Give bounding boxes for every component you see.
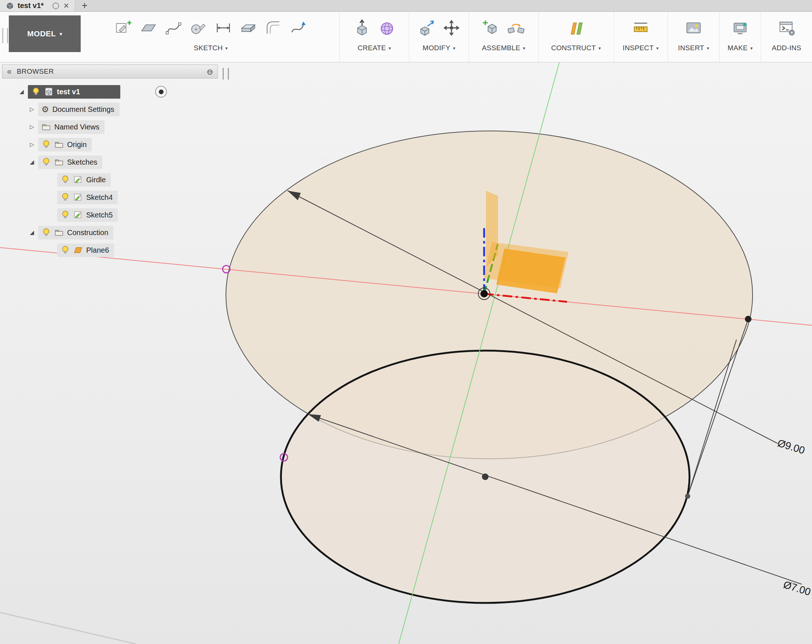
- document-tab[interactable]: test v1* ×: [0, 0, 75, 11]
- create-menu[interactable]: CREATE ▾: [357, 44, 391, 52]
- new-component-icon: [482, 19, 500, 37]
- addins-menu[interactable]: ADD-INS: [772, 44, 801, 52]
- measure-icon: [632, 19, 650, 37]
- expand-open-icon[interactable]: ◢: [26, 159, 38, 165]
- workspace-switcher-button[interactable]: MODEL ▾: [9, 15, 81, 52]
- browser-item-sketches[interactable]: ◢ Sketches: [2, 153, 244, 171]
- construction-chip[interactable]: Construction: [38, 226, 113, 240]
- projection-point[interactable]: [685, 494, 690, 499]
- main-toolbar: MODEL ▾ SKETCH ▾: [0, 12, 812, 63]
- create-form-button[interactable]: [377, 18, 397, 38]
- expand-closed-icon[interactable]: ▷: [26, 106, 38, 113]
- visibility-bulb-icon[interactable]: [61, 245, 70, 255]
- image-icon: [684, 19, 703, 37]
- collapse-panel-icon[interactable]: «: [7, 67, 12, 76]
- browser-item-origin[interactable]: ▷ Origin: [2, 136, 244, 153]
- chevron-down-icon: ▾: [225, 46, 228, 50]
- sketch5-chip[interactable]: Sketch5: [57, 208, 118, 222]
- browser-item-named-views[interactable]: ▷ Named Views: [2, 118, 244, 136]
- toolbar-group-sketch: SKETCH ▾: [82, 12, 340, 62]
- insert-menu[interactable]: INSERT ▾: [678, 44, 709, 52]
- create-sketch-icon: [114, 19, 133, 37]
- visibility-bulb-icon[interactable]: [61, 192, 70, 202]
- folder-icon: [54, 157, 64, 167]
- browser-item-construction[interactable]: ◢ Construction: [2, 224, 244, 241]
- origin-chip[interactable]: Origin: [38, 138, 92, 151]
- press-pull-button[interactable]: [417, 18, 437, 38]
- make-menu[interactable]: MAKE ▾: [728, 44, 753, 52]
- sketch-icon: [73, 192, 83, 202]
- assemble-menu-label: ASSEMBLE: [482, 44, 520, 52]
- joint-button[interactable]: [506, 18, 526, 38]
- panel-options-icon[interactable]: ⊖: [206, 68, 213, 76]
- document-settings-chip[interactable]: ⚙ Document Settings: [38, 103, 119, 116]
- scripts-addins-button[interactable]: [777, 18, 797, 38]
- browser-panel: « BROWSER ⊖ ◢ test v1 ▷ ⚙ Document Setti…: [2, 64, 244, 259]
- girdle-chip[interactable]: Girdle: [57, 173, 111, 187]
- extrude-button[interactable]: [352, 18, 372, 38]
- named-views-chip[interactable]: Named Views: [38, 120, 105, 134]
- visibility-bulb-icon[interactable]: [41, 228, 51, 237]
- root-node-chip[interactable]: test v1: [28, 85, 120, 99]
- sketch-menu[interactable]: SKETCH ▾: [194, 44, 228, 52]
- move-button[interactable]: [441, 18, 461, 38]
- sketches-chip[interactable]: Sketches: [38, 156, 102, 169]
- make-button[interactable]: [730, 18, 750, 38]
- chevron-down-icon: ▾: [523, 46, 525, 50]
- browser-item-sketch5[interactable]: Sketch5: [2, 206, 244, 224]
- plane6-chip[interactable]: Plane6: [57, 244, 114, 257]
- visibility-bulb-icon[interactable]: [61, 210, 70, 220]
- origin-point[interactable]: [481, 290, 488, 298]
- toolbar-group-make: MAKE ▾: [720, 12, 761, 62]
- visibility-bulb-icon[interactable]: [41, 157, 51, 167]
- visibility-bulb-icon[interactable]: [41, 140, 51, 149]
- girdle-center-point[interactable]: [482, 473, 488, 480]
- dimension-label-girdle-circle[interactable]: Ø7.00: [782, 579, 812, 598]
- construction-plane-button[interactable]: [566, 18, 586, 38]
- browser-item-root[interactable]: ◢ test v1: [2, 83, 244, 101]
- chevron-down-icon: ▾: [453, 46, 455, 50]
- document-status-icon: [52, 3, 59, 9]
- expand-closed-icon[interactable]: ▷: [26, 124, 38, 130]
- create-sketch-button[interactable]: [114, 18, 133, 38]
- sketch-fillet-button[interactable]: [263, 18, 283, 38]
- visibility-bulb-icon[interactable]: [61, 175, 70, 185]
- construct-menu[interactable]: CONSTRUCT ▾: [551, 44, 601, 52]
- toolbar-grip-handle[interactable]: [2, 28, 8, 43]
- browser-item-sketch4[interactable]: Sketch4: [2, 189, 244, 206]
- circle-sketch-icon: [189, 19, 208, 37]
- tab-bar: test v1* × +: [0, 0, 812, 12]
- attached-canvas-button[interactable]: [684, 18, 704, 38]
- modify-menu[interactable]: MODIFY ▾: [423, 44, 455, 52]
- tab-close-button[interactable]: ×: [63, 1, 69, 10]
- visibility-bulb-icon[interactable]: [31, 87, 41, 96]
- edge-point-right[interactable]: [745, 316, 751, 322]
- browser-item-girdle[interactable]: Girdle: [2, 171, 244, 189]
- expand-closed-icon[interactable]: ▷: [26, 141, 38, 148]
- dimension-label-top-circle[interactable]: Ø9.00: [776, 437, 806, 456]
- project-curve-button[interactable]: [288, 18, 308, 38]
- chevron-down-icon: ▾: [750, 46, 753, 50]
- sketch-profile-button[interactable]: [139, 18, 159, 38]
- assemble-menu[interactable]: ASSEMBLE ▾: [482, 44, 525, 52]
- sketch-spline-button[interactable]: [163, 18, 183, 38]
- measure-button[interactable]: [631, 18, 651, 38]
- activate-component-radio[interactable]: [155, 86, 167, 98]
- new-component-button[interactable]: [481, 18, 501, 38]
- sketch4-chip[interactable]: Sketch4: [57, 191, 118, 204]
- inspect-menu[interactable]: INSPECT ▾: [623, 44, 659, 52]
- panel-drag-handle[interactable]: [223, 68, 229, 79]
- plane-icon: [73, 245, 83, 255]
- folder-icon: [54, 140, 64, 149]
- toolbar-group-assemble: ASSEMBLE ▾: [469, 12, 539, 62]
- expand-open-icon[interactable]: ◢: [15, 89, 28, 95]
- sketch-circle-button[interactable]: [189, 18, 208, 38]
- expand-open-icon[interactable]: ◢: [26, 229, 38, 236]
- sketch-dimension-button[interactable]: [214, 18, 233, 38]
- sketch-rectangle-button[interactable]: [238, 18, 258, 38]
- new-tab-button[interactable]: +: [75, 0, 94, 11]
- browser-item-plane6[interactable]: Plane6: [2, 241, 244, 259]
- browser-item-document-settings[interactable]: ▷ ⚙ Document Settings: [2, 101, 244, 118]
- browser-header: « BROWSER ⊖: [2, 64, 218, 78]
- chevron-down-icon: ▾: [60, 32, 63, 36]
